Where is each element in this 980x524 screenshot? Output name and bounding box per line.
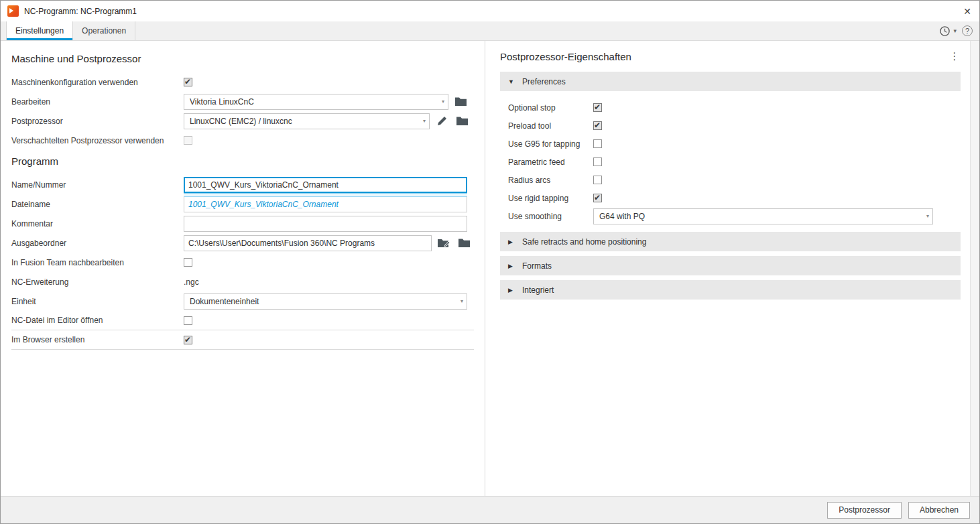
unit-select[interactable]: Dokumenteneinheit ▾ xyxy=(184,293,467,310)
postprocessor-select-value: LinuxCNC (EMC2) / linuxcnc xyxy=(190,117,292,126)
nc-program-dialog: NC-Programm: NC-Programm1 ✕ Einstellunge… xyxy=(0,0,980,524)
open-output-folder-icon[interactable] xyxy=(436,235,452,251)
postprocessor-button[interactable]: Postprozessor xyxy=(827,502,902,519)
group-integriert-label: Integriert xyxy=(522,285,554,295)
tab-einstellungen-label: Einstellungen xyxy=(15,26,64,36)
machine-select-value: Viktoria LinuxCnC xyxy=(190,97,254,107)
postprocessor-folder-button[interactable] xyxy=(454,113,470,129)
properties-header: Postprozessor-Eigenschaften ⋮ xyxy=(500,50,961,62)
pref-row-parametric-feed: Parametric feed xyxy=(508,153,961,171)
row-nc-extension: NC-Erweiterung .ngc xyxy=(11,272,474,291)
smoothing-label: Use smoothing xyxy=(508,212,593,221)
row-output-folder: Ausgabeordner xyxy=(11,233,474,253)
pref-row-smoothing: Use smoothing G64 with PQ ▾ xyxy=(508,207,961,225)
row-filename: Dateiname 1001_QWV_Kurs_ViktoriaCnC_Orna… xyxy=(11,194,474,214)
nested-postprocessor-label: Verschachtelten Postprozessor verwenden xyxy=(11,136,184,145)
machine-folder-button[interactable] xyxy=(452,94,469,110)
machine-config-checkbox[interactable] xyxy=(184,78,192,86)
chevron-down-icon[interactable]: ▾ xyxy=(953,27,957,34)
create-in-browser-label: Im Browser erstellen xyxy=(11,335,184,344)
machine-select[interactable]: Viktoria LinuxCnC ▾ xyxy=(184,94,448,110)
filename-label: Dateiname xyxy=(11,200,184,209)
comment-label: Kommentar xyxy=(11,219,184,228)
row-machine-config: Maschinenkonfiguration verwenden xyxy=(11,72,474,92)
optional-stop-label: Optional stop xyxy=(508,103,593,113)
postprocessor-select[interactable]: LinuxCNC (EMC2) / linuxcnc ▾ xyxy=(184,113,430,129)
row-postprocessor: Postprozessor LinuxCNC (EMC2) / linuxcnc… xyxy=(11,111,474,131)
row-open-editor: NC-Datei im Editor öffnen xyxy=(11,311,474,330)
scrollbar-gutter xyxy=(970,41,979,496)
tab-operationen-label: Operationen xyxy=(82,26,126,36)
open-editor-checkbox[interactable] xyxy=(184,316,192,325)
pref-row-rigid-tapping: Use rigid tapping xyxy=(508,189,961,207)
chevron-down-icon: ▾ xyxy=(461,298,463,304)
window-title: NC-Programm: NC-Programm1 xyxy=(24,7,137,16)
radius-arcs-checkbox[interactable] xyxy=(593,176,602,184)
history-clock-icon[interactable] xyxy=(939,25,951,37)
group-safe-retracts-label: Safe retracts and home positioning xyxy=(522,237,646,247)
machine-config-label: Maschinenkonfiguration verwenden xyxy=(11,78,184,87)
properties-title: Postprozessor-Eigenschaften xyxy=(500,51,631,62)
unit-label: Einheit xyxy=(11,297,184,306)
group-formats[interactable]: ▶ Formats xyxy=(500,256,961,275)
rigid-tapping-checkbox[interactable] xyxy=(593,194,602,202)
dialog-content: Maschine und Postprozessor Maschinenkonf… xyxy=(1,41,979,496)
footer-bar: Postprozessor Abbrechen xyxy=(1,496,979,523)
kebab-menu-icon[interactable]: ⋮ xyxy=(948,50,961,62)
g95-tapping-label: Use G95 for tapping xyxy=(508,139,593,149)
cancel-button[interactable]: Abbrechen xyxy=(908,502,970,519)
smoothing-select[interactable]: G64 with PQ ▾ xyxy=(593,208,933,224)
fusion-team-checkbox[interactable] xyxy=(184,258,192,267)
nested-postprocessor-checkbox[interactable] xyxy=(184,136,192,145)
row-create-in-browser: Im Browser erstellen xyxy=(11,330,474,350)
triangle-right-icon: ▶ xyxy=(508,239,515,245)
group-safe-retracts[interactable]: ▶ Safe retracts and home positioning xyxy=(500,232,961,251)
pref-row-optional-stop: Optional stop xyxy=(508,99,961,117)
create-in-browser-checkbox[interactable] xyxy=(184,336,192,344)
smoothing-select-value: G64 with PQ xyxy=(599,212,645,221)
name-number-input[interactable] xyxy=(184,177,467,193)
titlebar: NC-Programm: NC-Programm1 ✕ xyxy=(1,1,979,21)
browse-output-folder-icon[interactable] xyxy=(456,235,472,251)
preload-tool-checkbox[interactable] xyxy=(593,121,602,130)
comment-input[interactable] xyxy=(184,216,467,232)
triangle-down-icon: ▼ xyxy=(508,78,515,85)
parametric-feed-label: Parametric feed xyxy=(508,157,593,167)
group-preferences[interactable]: ▼ Preferences xyxy=(500,72,961,91)
triangle-right-icon: ▶ xyxy=(508,287,515,293)
parametric-feed-checkbox[interactable] xyxy=(593,157,602,166)
nc-extension-label: NC-Erweiterung xyxy=(11,277,184,287)
group-formats-label: Formats xyxy=(522,261,552,271)
optional-stop-checkbox[interactable] xyxy=(593,103,602,112)
chevron-down-icon: ▾ xyxy=(423,118,426,124)
output-folder-label: Ausgabeordner xyxy=(11,239,184,248)
row-unit: Einheit Dokumenteneinheit ▾ xyxy=(11,291,474,311)
output-folder-input[interactable] xyxy=(184,235,432,251)
triangle-right-icon: ▶ xyxy=(508,263,515,269)
section-program: Programm xyxy=(11,155,474,167)
row-comment: Kommentar xyxy=(11,214,474,233)
row-edit-machine: Bearbeiten Viktoria LinuxCnC ▾ xyxy=(11,92,474,111)
pref-row-g95-tapping: Use G95 for tapping xyxy=(508,135,961,153)
postprocessor-label: Postprozessor xyxy=(11,117,184,126)
row-nested-postprocessor: Verschachtelten Postprozessor verwenden xyxy=(11,131,474,150)
filename-value: 1001_QWV_Kurs_ViktoriaCnC_Ornament xyxy=(184,196,467,212)
close-icon[interactable]: ✕ xyxy=(955,1,979,21)
open-editor-label: NC-Datei im Editor öffnen xyxy=(11,316,184,325)
edit-label: Bearbeiten xyxy=(11,97,184,107)
tab-operationen[interactable]: Operationen xyxy=(73,21,135,40)
group-integriert[interactable]: ▶ Integriert xyxy=(500,280,961,300)
section-machine-postprocessor: Maschine und Postprozessor xyxy=(11,53,474,64)
help-icon[interactable]: ? xyxy=(962,25,973,36)
fusion-team-label: In Fusion Team nachbearbeiten xyxy=(11,258,184,267)
group-preferences-label: Preferences xyxy=(522,77,566,86)
nc-extension-value: .ngc xyxy=(184,277,199,287)
g95-tapping-checkbox[interactable] xyxy=(593,139,602,148)
tabbar: Einstellungen Operationen ▾ ? xyxy=(1,21,979,41)
chevron-down-icon: ▾ xyxy=(926,213,929,219)
tab-einstellungen[interactable]: Einstellungen xyxy=(6,21,73,40)
chevron-down-icon: ▾ xyxy=(442,99,444,105)
name-number-label: Name/Nummer xyxy=(11,180,184,190)
edit-postprocessor-pencil-icon[interactable] xyxy=(434,113,450,129)
radius-arcs-label: Radius arcs xyxy=(508,176,593,185)
